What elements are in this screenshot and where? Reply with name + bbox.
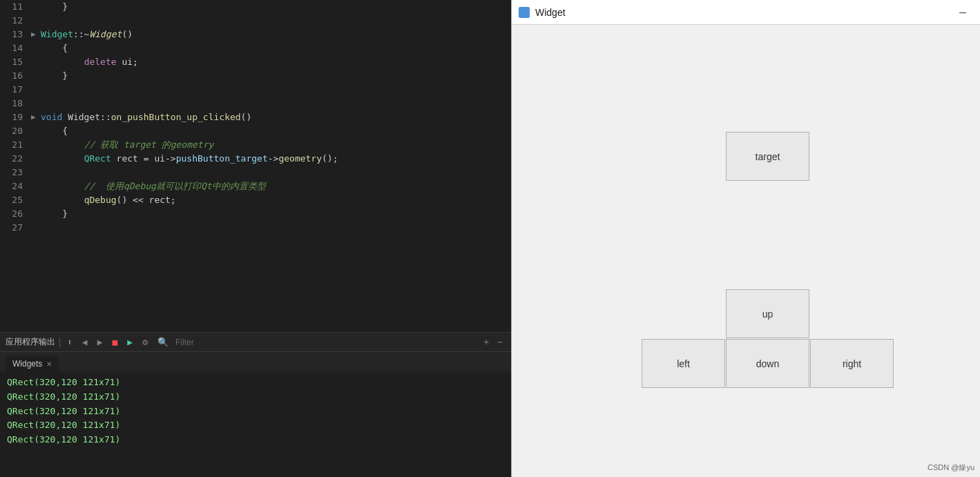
line-content: { <box>41 124 511 138</box>
widget-title: Widget <box>535 7 947 18</box>
line-content: qDebug() << rect; <box>41 193 511 207</box>
code-line: 20 { <box>0 124 511 138</box>
code-line: 22 QRect rect = ui->pushButton_target->g… <box>0 152 511 166</box>
line-number: 25 <box>0 193 31 207</box>
line-number: 16 <box>0 69 31 83</box>
line-content: QRect rect = ui->pushButton_target->geom… <box>41 152 511 166</box>
collapse-arrow <box>31 41 41 43</box>
output-line: QRect(320,120 121x71) <box>7 418 504 433</box>
line-number: 19 <box>0 110 31 124</box>
collapse-arrow <box>31 166 41 167</box>
line-number: 20 <box>0 124 31 138</box>
line-number: 11 <box>0 0 31 14</box>
output-line: QRect(320,120 121x71) <box>7 405 504 419</box>
line-number: 18 <box>0 97 31 110</box>
collapse-arrow <box>31 124 41 126</box>
line-number: 21 <box>0 138 31 152</box>
toolbar-icon-3[interactable]: ▶ <box>95 335 106 349</box>
target-button[interactable]: target <box>726 132 809 181</box>
line-content: void Widget::on_pushButton_up_clicked() <box>41 110 511 124</box>
toolbar-icon-2[interactable]: ◀ <box>79 335 90 349</box>
line-content: } <box>41 0 511 14</box>
output-line: QRect(320,120 121x71) <box>7 433 504 447</box>
widget-titlebar: Widget ─ <box>512 0 980 25</box>
line-content: // 获取 target 的geometry <box>41 138 511 152</box>
collapse-arrow <box>31 55 41 57</box>
line-content: { <box>41 41 511 55</box>
toolbar-separator <box>59 338 60 347</box>
code-line: 21 // 获取 target 的geometry <box>0 138 511 152</box>
minimize-button[interactable]: ─ <box>952 3 973 22</box>
down-button[interactable]: down <box>726 339 809 388</box>
line-number: 26 <box>0 207 31 221</box>
line-content: } <box>41 207 511 221</box>
code-line: 14 { <box>0 41 511 55</box>
toolbar-right: + − <box>481 335 506 349</box>
bottom-toolbar: 应用程序输出 ⬆ ◀ ▶ ■ ▶ ⚙ 🔍 + − <box>0 333 511 352</box>
line-content: } <box>41 69 511 83</box>
right-button[interactable]: right <box>810 339 894 388</box>
line-number: 15 <box>0 55 31 69</box>
line-number: 14 <box>0 41 31 55</box>
toolbar-icon-1[interactable]: ⬆ <box>64 335 75 349</box>
stop-icon[interactable]: ■ <box>109 335 120 349</box>
code-lines: 11 }1213▶Widget::~Widget()14 {15 delete … <box>0 0 511 332</box>
collapse-arrow <box>31 207 41 208</box>
code-line: 18 <box>0 97 511 110</box>
code-line: 16 } <box>0 69 511 83</box>
bottom-panel: 应用程序输出 ⬆ ◀ ▶ ■ ▶ ⚙ 🔍 + − Widgets ✕ QRect… <box>0 332 511 477</box>
up-button[interactable]: up <box>726 289 809 338</box>
widget-panel: Widget ─ target up left down right <box>511 0 980 477</box>
left-button[interactable]: left <box>642 339 725 388</box>
collapse-arrow[interactable]: ▶ <box>31 28 41 41</box>
tabs-bar: Widgets ✕ <box>0 352 511 371</box>
collapse-arrow[interactable]: ▶ <box>31 110 41 124</box>
collapse-arrow <box>31 69 41 70</box>
editor-panel: 11 }1213▶Widget::~Widget()14 {15 delete … <box>0 0 511 477</box>
watermark: CSDN @燥yu <box>928 463 974 473</box>
line-number: 27 <box>0 221 31 235</box>
collapse-arrow <box>31 0 41 1</box>
line-content: // 使用qDebug就可以打印Qt中的内置类型 <box>41 179 511 193</box>
code-line: 13▶Widget::~Widget() <box>0 28 511 41</box>
output-content: QRect(320,120 121x71)QRect(320,120 121x7… <box>0 371 511 477</box>
output-line: QRect(320,120 121x71) <box>7 390 504 405</box>
code-line: 15 delete ui; <box>0 55 511 69</box>
settings-icon[interactable]: ⚙ <box>140 335 151 349</box>
collapse-arrow <box>31 193 41 195</box>
line-number: 17 <box>0 83 31 97</box>
search-icon[interactable]: 🔍 <box>155 335 171 349</box>
line-number: 12 <box>0 14 31 28</box>
collapse-arrow <box>31 14 41 15</box>
filter-input[interactable] <box>175 338 231 347</box>
code-line: 25 qDebug() << rect; <box>0 193 511 207</box>
run-icon[interactable]: ▶ <box>124 335 135 349</box>
collapse-arrow <box>31 97 41 98</box>
collapse-arrow <box>31 83 41 84</box>
widget-content: target up left down right <box>512 25 980 477</box>
collapse-arrow <box>31 152 41 153</box>
line-number: 13 <box>0 28 31 41</box>
output-line: QRect(320,120 121x71) <box>7 376 504 390</box>
tab-label: Widgets <box>12 359 42 369</box>
tab-close-icon[interactable]: ✕ <box>46 360 52 368</box>
line-content: Widget::~Widget() <box>41 28 511 41</box>
add-icon[interactable]: + <box>481 335 492 349</box>
line-number: 23 <box>0 166 31 179</box>
code-line: 12 <box>0 14 511 28</box>
remove-icon[interactable]: − <box>494 335 506 349</box>
code-line: 17 <box>0 83 511 97</box>
code-line: 27 <box>0 221 511 235</box>
code-line: 19▶void Widget::on_pushButton_up_clicked… <box>0 110 511 124</box>
line-number: 24 <box>0 179 31 193</box>
code-line: 24 // 使用qDebug就可以打印Qt中的内置类型 <box>0 179 511 193</box>
line-content: delete ui; <box>41 55 511 69</box>
code-line: 26 } <box>0 207 511 221</box>
output-label: 应用程序输出 <box>6 336 55 348</box>
code-area: 11 }1213▶Widget::~Widget()14 {15 delete … <box>0 0 511 332</box>
line-number: 22 <box>0 152 31 166</box>
widgets-tab[interactable]: Widgets ✕ <box>6 356 59 371</box>
widget-controls: ─ <box>952 3 973 22</box>
widget-app-icon <box>519 7 530 18</box>
collapse-arrow <box>31 138 41 139</box>
